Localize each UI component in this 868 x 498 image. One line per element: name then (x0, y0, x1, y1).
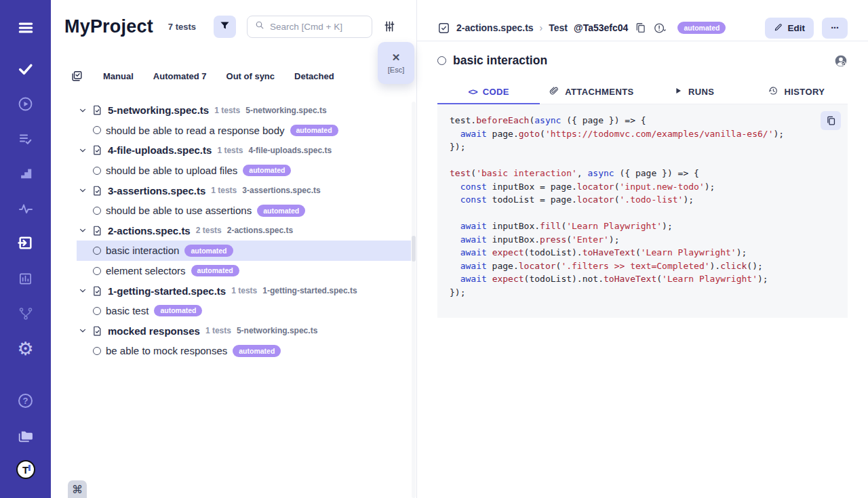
app-logo[interactable]: T (16, 460, 35, 479)
spec-file-row[interactable]: 1-getting-started.spec.ts1 tests1-gettin… (51, 281, 411, 301)
list-check-icon[interactable] (16, 129, 35, 148)
esc-popover: ✕ [Esc] (378, 42, 414, 84)
play-icon (673, 86, 683, 98)
chevron-down-icon[interactable] (78, 146, 87, 155)
menu-icon[interactable] (16, 18, 35, 37)
test-status-circle-icon (93, 167, 101, 175)
search-input[interactable] (270, 22, 358, 32)
test-id: @Ta53efc04 (574, 22, 628, 33)
spec-test-count: 1 tests (211, 186, 237, 195)
tab-label: ATTACHMENTS (565, 87, 633, 97)
test-status-circle-icon (93, 307, 101, 315)
filter-tab-automated[interactable]: Automated 7 (153, 71, 207, 81)
code-line: }); (450, 286, 835, 299)
tab-label: CODE (483, 87, 509, 97)
funnel-icon (219, 20, 231, 33)
chevron-down-icon[interactable] (78, 286, 87, 295)
spec-file-row[interactable]: mocked responses1 tests5-networking.spec… (51, 321, 411, 341)
chevron-down-icon[interactable] (78, 326, 87, 335)
test-detail-panel: 2-actions.spec.ts › Test @Ta53efc04 auto… (417, 0, 868, 498)
test-row[interactable]: basic testautomated (77, 301, 411, 321)
icon-rail: ⚙ ? T (0, 0, 51, 498)
help-question-icon[interactable]: ? (16, 391, 35, 410)
search-icon (254, 20, 265, 33)
search-box[interactable] (247, 16, 372, 38)
spec-file-name: 3-assertions.spec.ts (108, 185, 205, 196)
chevron-down-icon[interactable] (78, 226, 87, 235)
edit-button-label: Edit (788, 23, 806, 33)
spec-file-path: 5-networking.spec.ts (245, 106, 326, 115)
tab-attachments[interactable]: ATTACHMENTS (540, 79, 642, 104)
task-check-icon (437, 22, 450, 35)
code-line (450, 154, 835, 167)
chevron-down-icon[interactable] (78, 106, 87, 115)
filter-tab-detached[interactable]: Detached (294, 71, 334, 81)
copy-code-button[interactable] (821, 111, 841, 130)
spec-file-icon (92, 225, 103, 236)
sync-status-icon[interactable] (653, 22, 666, 35)
spec-file-row[interactable]: 4-file-uploads.spec.ts1 tests4-file-uplo… (51, 140, 411, 161)
detail-tabs: <>CODEATTACHMENTSRUNSHISTORY (437, 79, 848, 104)
tab-runs[interactable]: RUNS (643, 79, 745, 104)
select-all-icon[interactable] (71, 70, 83, 83)
more-options-button[interactable]: ... (822, 18, 848, 39)
steps-icon[interactable] (16, 164, 35, 183)
spec-file-name: 2-actions.spec.ts (108, 225, 191, 236)
filter-tab-manual[interactable]: Manual (103, 71, 134, 81)
edit-button[interactable]: Edit (765, 18, 814, 39)
spec-file-icon (92, 144, 103, 156)
copy-id-icon[interactable] (634, 22, 647, 35)
test-status-circle-icon (93, 247, 101, 255)
bar-chart-icon[interactable] (16, 269, 35, 288)
tab-code[interactable]: <>CODE (437, 79, 540, 104)
play-circle-icon[interactable] (16, 94, 35, 113)
page-title: MyProject (64, 16, 153, 37)
code-line: const inputBox = page.locator('input.new… (450, 180, 835, 194)
filter-button[interactable] (214, 16, 236, 38)
scrollbar-track[interactable] (412, 102, 416, 498)
spec-file-path: 4-file-uploads.spec.ts (248, 146, 332, 155)
code-line: const todoList = page.locator('.todo-lis… (450, 193, 835, 207)
spec-file-row[interactable]: 5-networking.spec.ts1 tests5-networking.… (51, 100, 411, 121)
tab-label: RUNS (688, 87, 714, 97)
test-row[interactable]: should be able to upload filesautomated (77, 161, 411, 181)
spec-file-name: 4-file-uploads.spec.ts (108, 144, 212, 156)
scrollbar-thumb[interactable] (412, 236, 416, 262)
import-icon[interactable] (16, 233, 35, 252)
automated-badge: automated (290, 125, 338, 137)
spec-file-row[interactable]: 2-actions.spec.ts2 tests2-actions.spec.t… (51, 221, 411, 241)
code-line: await inputBox.fill('Learn Playwright'); (450, 220, 835, 233)
close-icon[interactable]: ✕ (392, 52, 401, 62)
command-shortcut-button[interactable]: ⌘ (68, 480, 87, 498)
spec-test-count: 1 tests (205, 326, 231, 335)
test-row[interactable]: element selectorsautomated (77, 261, 411, 281)
view-settings-icon[interactable] (382, 20, 396, 33)
test-list-panel: MyProject 7 tests ✕ [Esc] ManualAutomate… (51, 0, 417, 498)
test-row[interactable]: basic interactionautomated (77, 241, 411, 261)
tests-check-icon[interactable] (16, 59, 35, 78)
projects-folder-icon[interactable] (16, 426, 35, 445)
spec-file-path: 2-actions.spec.ts (227, 226, 293, 235)
tab-history[interactable]: HISTORY (745, 79, 848, 104)
test-row[interactable]: be able to mock responsesautomated (77, 341, 411, 361)
assignee-avatar-icon[interactable] (834, 54, 848, 68)
spec-file-row[interactable]: 3-assertions.spec.ts1 tests3-assertions.… (51, 180, 411, 201)
breadcrumb-file[interactable]: 2-actions.spec.ts (456, 22, 534, 33)
chevron-down-icon[interactable] (78, 186, 87, 195)
branch-icon[interactable] (16, 304, 35, 323)
spec-file-path: 3-assertions.spec.ts (242, 186, 320, 195)
spec-file-icon (92, 185, 103, 196)
filter-tab-out-of-sync[interactable]: Out of sync (226, 71, 275, 81)
settings-gear-icon[interactable]: ⚙ (16, 339, 35, 358)
spec-file-name: 1-getting-started.spec.ts (108, 285, 226, 297)
code-line: await inputBox.press('Enter'); (450, 233, 835, 247)
activity-pulse-icon[interactable] (16, 199, 35, 218)
test-status-circle-icon (93, 126, 101, 134)
test-tree: 5-networking.spec.ts1 tests5-networking.… (51, 100, 411, 361)
test-row[interactable]: should be able to read a response bodyau… (77, 121, 411, 141)
test-row[interactable]: should be able to use assertionsautomate… (77, 201, 411, 221)
automated-badge: automated (243, 165, 291, 177)
code-line: await page.goto('https://todomvc.com/exa… (450, 127, 835, 141)
test-name: should be able to use assertions (106, 205, 252, 216)
spec-file-icon (92, 285, 103, 297)
